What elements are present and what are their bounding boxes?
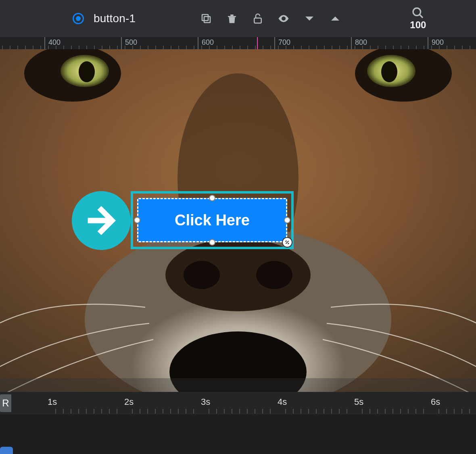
timeline-tick <box>285 409 286 414</box>
ruler-tick-minor <box>109 46 110 49</box>
timeline-tick <box>362 409 363 414</box>
ruler-tick-minor <box>263 46 263 49</box>
ruler-tick-minor <box>117 46 118 49</box>
horizontal-ruler[interactable] <box>0 37 476 49</box>
canvas-button[interactable]: Click Here <box>137 198 287 242</box>
timeline-tick <box>140 409 140 414</box>
ruler-tick-minor <box>140 46 141 49</box>
timeline-tick <box>446 409 447 414</box>
selection-handle-right[interactable] <box>284 217 290 223</box>
timeline-row-badge[interactable]: R <box>0 394 11 412</box>
ruler-tick-minor <box>25 46 26 49</box>
ruler-tick-minor <box>454 46 455 49</box>
unlock-icon[interactable] <box>252 12 264 25</box>
selection-handle-resize-icon[interactable] <box>282 237 292 248</box>
ruler-tick-minor <box>171 46 171 49</box>
canvas-horizontal-scroll[interactable] <box>0 378 476 392</box>
timeline-tick <box>415 409 416 414</box>
ruler-tick-minor <box>163 46 164 49</box>
chevron-down-icon[interactable] <box>303 12 315 25</box>
timeline-tick <box>78 409 79 414</box>
zoom-control[interactable]: 100 <box>410 6 426 31</box>
timeline-tick <box>370 409 370 414</box>
ruler-tick-minor <box>385 46 386 49</box>
ruler-tick-major <box>198 37 198 49</box>
timeline-label: 2s <box>124 397 134 407</box>
timeline-label: 6s <box>431 397 440 407</box>
ruler-tick-minor <box>447 46 447 49</box>
chevron-up-icon[interactable] <box>329 12 341 25</box>
search-icon <box>411 6 424 19</box>
timeline-tick <box>209 409 209 414</box>
svg-point-14 <box>184 261 220 289</box>
timeline-tick <box>117 409 117 414</box>
svg-rect-2 <box>255 18 262 23</box>
timeline-tick <box>55 409 56 414</box>
timeline-tick <box>63 409 64 414</box>
timeline-tick <box>339 409 340 414</box>
editor-canvas[interactable]: Click Here <box>0 49 476 392</box>
ruler-tick-minor <box>94 46 95 49</box>
timeline-tick <box>247 409 248 414</box>
timeline-tick <box>308 409 309 414</box>
timeline-tick <box>438 409 439 414</box>
ruler-tick-minor <box>132 46 133 49</box>
timeline-track-area[interactable] <box>0 414 476 454</box>
ruler-tick-minor <box>362 46 363 49</box>
selection-handle-left[interactable] <box>134 217 140 223</box>
ruler-tick-minor <box>217 46 217 49</box>
ruler-tick-minor <box>209 46 210 49</box>
ruler-tick-minor <box>293 46 294 49</box>
eye-icon[interactable] <box>278 12 290 25</box>
timeline-tick <box>94 409 94 414</box>
ruler-tick-minor <box>247 46 248 49</box>
ruler-tick-minor <box>240 46 240 49</box>
ruler-tick-major <box>351 37 352 49</box>
timeline-tick <box>101 409 102 414</box>
ruler-tick-minor <box>324 46 325 49</box>
timeline-label: 4s <box>278 397 287 407</box>
ruler-cursor[interactable] <box>257 37 258 49</box>
timeline-tick <box>385 409 386 414</box>
svg-point-8 <box>79 61 95 82</box>
ruler-tick-minor <box>186 46 187 49</box>
element-radio-indicator[interactable] <box>73 13 84 24</box>
trash-icon[interactable] <box>226 12 238 25</box>
timeline-tick <box>239 409 240 414</box>
timeline-tick <box>316 409 317 414</box>
timeline-tick <box>163 409 163 414</box>
timeline-tick <box>270 409 271 414</box>
arrow-right-icon[interactable] <box>72 191 131 250</box>
timeline-tick <box>262 409 263 414</box>
ruler-tick-minor <box>63 46 64 49</box>
selection-handle-bottom[interactable] <box>209 239 215 246</box>
timeline-tick <box>423 409 424 414</box>
ruler-tick-minor <box>148 46 148 49</box>
ruler-tick-minor <box>408 46 409 49</box>
timeline-tick <box>71 409 71 414</box>
ruler-tick-minor <box>393 46 394 49</box>
ruler-tick-minor <box>424 46 424 49</box>
timeline-tick <box>132 409 133 414</box>
timeline-label: 3s <box>201 397 210 407</box>
timeline-clip[interactable] <box>0 447 13 454</box>
timeline-ruler[interactable]: R 1s2s3s4s5s6s <box>0 392 476 414</box>
ruler-tick-minor <box>10 46 10 49</box>
svg-point-3 <box>413 8 421 16</box>
ruler-tick-major <box>44 37 45 49</box>
timeline-tick <box>178 409 179 414</box>
ruler-tick-minor <box>201 46 202 49</box>
selected-element-name[interactable]: button-1 <box>94 12 136 25</box>
timeline-tick <box>255 409 255 414</box>
ruler-tick-minor <box>416 46 417 49</box>
selection-handle-top[interactable] <box>209 195 215 201</box>
ruler-tick-minor <box>355 46 355 49</box>
ruler-tick-minor <box>401 46 401 49</box>
ruler-tick-minor <box>125 46 125 49</box>
timeline-tick <box>216 409 217 414</box>
copy-icon[interactable] <box>200 12 212 25</box>
svg-point-11 <box>381 61 397 82</box>
ruler-tick-minor <box>2 46 3 49</box>
ruler-tick-minor <box>286 46 286 49</box>
ruler-tick-minor <box>462 46 463 49</box>
